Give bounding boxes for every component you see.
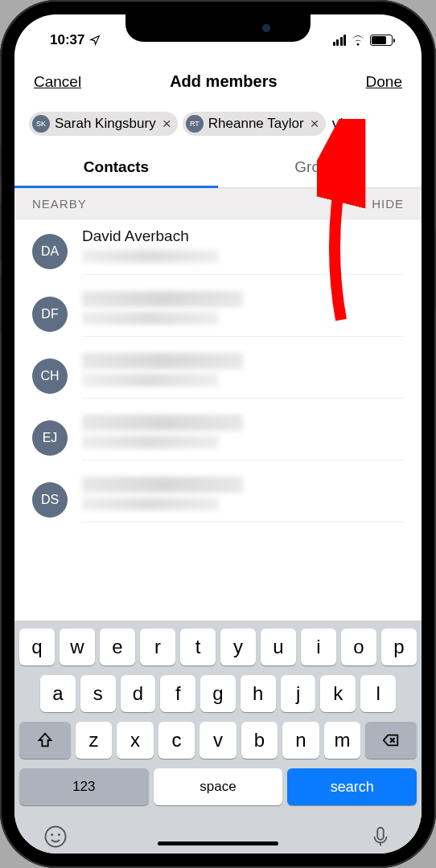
contact-name-blurred [82, 353, 243, 369]
phone-frame: 10:37 Cancel Add members Done SK Sarah K… [0, 0, 436, 868]
key-d[interactable]: d [121, 675, 156, 712]
contact-row[interactable]: EJ [14, 407, 422, 469]
nav-header: Cancel Add members Done [14, 59, 422, 105]
chip-avatar: SK [32, 115, 50, 133]
key-f[interactable]: f [160, 675, 195, 712]
svg-point-2 [58, 833, 60, 836]
shift-icon [36, 731, 54, 749]
home-indicator[interactable] [158, 841, 278, 845]
contact-detail-blurred [82, 250, 219, 263]
avatar: CH [32, 358, 68, 394]
key-shift[interactable] [19, 722, 71, 759]
tab-contacts[interactable]: Contacts [14, 147, 218, 187]
key-q[interactable]: q [19, 628, 55, 665]
avatar: DA [32, 234, 68, 269]
key-i[interactable]: i [301, 628, 336, 665]
selected-members-field[interactable]: SK Sarah Kingsbury × RT Rheanne Taylor ×… [14, 105, 422, 147]
chip-name: Rheanne Taylor [208, 116, 304, 132]
key-n[interactable]: n [282, 722, 319, 759]
contact-detail-blurred [82, 374, 219, 387]
mic-icon[interactable] [368, 825, 393, 849]
key-t[interactable]: t [180, 628, 216, 665]
contact-row[interactable]: DS [14, 469, 422, 530]
section-header: NEARBY HIDE [14, 188, 422, 219]
search-input-text[interactable]: vi [331, 115, 343, 133]
avatar: EJ [32, 420, 68, 456]
key-numbers[interactable]: 123 [19, 768, 149, 805]
key-m[interactable]: m [324, 722, 361, 759]
key-k[interactable]: k [320, 675, 356, 712]
contact-row[interactable]: DF [14, 283, 422, 345]
section-hide-button[interactable]: HIDE [372, 197, 404, 211]
page-title: Add members [170, 72, 277, 91]
key-space[interactable]: space [154, 768, 283, 805]
avatar: DF [32, 297, 68, 332]
key-x[interactable]: x [117, 722, 154, 759]
contact-name-blurred [82, 477, 243, 493]
key-o[interactable]: o [341, 628, 376, 665]
contact-row[interactable]: CH [14, 345, 422, 407]
backspace-icon [382, 731, 400, 749]
chip-avatar: RT [186, 115, 204, 133]
contact-row[interactable]: DA David Averbach [14, 219, 422, 283]
done-button[interactable]: Done [366, 73, 402, 91]
key-w[interactable]: w [60, 628, 95, 665]
key-r[interactable]: r [140, 628, 175, 665]
contact-name: David Averbach [82, 227, 404, 245]
emoji-icon[interactable] [43, 825, 68, 849]
contact-name-blurred [82, 415, 243, 431]
battery-icon [370, 35, 393, 46]
svg-point-0 [46, 827, 66, 847]
chip-remove-icon[interactable]: × [161, 115, 171, 133]
key-p[interactable]: p [381, 628, 417, 665]
key-h[interactable]: h [241, 675, 276, 712]
wifi-icon [351, 35, 365, 46]
key-j[interactable]: j [281, 675, 316, 712]
contact-detail-blurred [82, 497, 219, 510]
key-b[interactable]: b [241, 722, 278, 759]
contact-detail-blurred [82, 312, 219, 325]
avatar: DS [32, 482, 68, 518]
key-search[interactable]: search [287, 768, 417, 805]
notch [125, 14, 311, 42]
status-time: 10:37 [50, 32, 84, 48]
key-c[interactable]: c [158, 722, 195, 759]
key-u[interactable]: u [261, 628, 296, 665]
key-l[interactable]: l [360, 675, 396, 712]
key-e[interactable]: e [100, 628, 135, 665]
contact-detail-blurred [82, 436, 219, 448]
chip-remove-icon[interactable]: × [309, 115, 319, 133]
key-z[interactable]: z [76, 722, 113, 759]
key-s[interactable]: s [80, 675, 116, 712]
contacts-list[interactable]: DA David Averbach DF CH [14, 219, 422, 620]
key-y[interactable]: y [220, 628, 256, 665]
key-a[interactable]: a [40, 675, 76, 712]
member-chip[interactable]: SK Sarah Kingsbury × [29, 112, 178, 136]
cancel-button[interactable]: Cancel [34, 73, 81, 91]
location-icon [89, 35, 101, 46]
svg-rect-3 [377, 828, 384, 840]
volume-down [0, 273, 2, 334]
keyboard: q w e r t y u i o p a s d f g h j k l [14, 620, 422, 854]
cellular-icon [333, 35, 347, 46]
chip-name: Sarah Kingsbury [55, 116, 156, 132]
tab-groups[interactable]: Groups [218, 147, 422, 187]
member-chip[interactable]: RT Rheanne Taylor × [183, 112, 326, 136]
section-label: NEARBY [32, 197, 87, 211]
volume-up [0, 201, 2, 261]
silence-switch [0, 145, 2, 177]
svg-point-1 [51, 833, 53, 836]
key-v[interactable]: v [199, 722, 237, 759]
tabs: Contacts Groups [14, 147, 422, 188]
key-backspace[interactable] [365, 722, 417, 759]
contact-name-blurred [82, 291, 243, 307]
key-g[interactable]: g [200, 675, 236, 712]
